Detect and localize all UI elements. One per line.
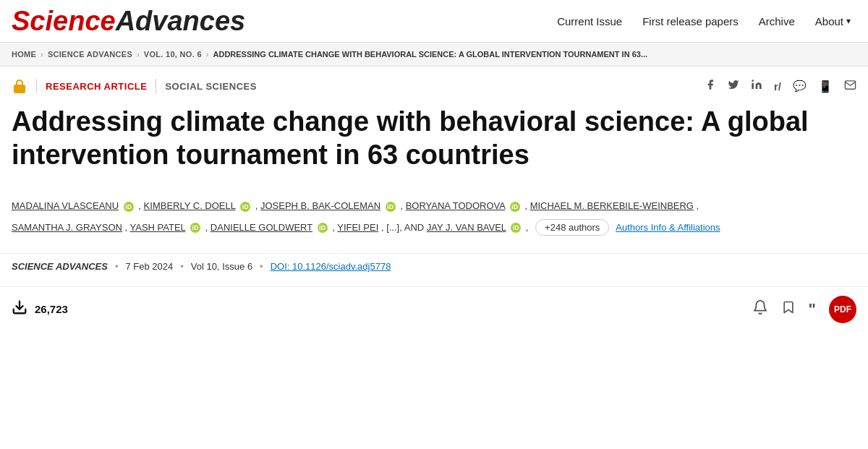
open-access-icon: [12, 78, 27, 94]
orcid-icon-6: iD: [318, 223, 328, 233]
wechat-icon[interactable]: 💬: [793, 80, 807, 93]
chevron-down-icon: ▾: [846, 16, 851, 26]
orcid-icon-7: iD: [511, 223, 521, 233]
orcid-icon-1: iD: [124, 202, 134, 212]
download-icon[interactable]: [12, 299, 27, 319]
breadcrumb: HOME › SCIENCE ADVANCES › VOL. 10, NO. 6…: [0, 43, 868, 67]
journal-name: SCIENCE ADVANCES: [12, 261, 108, 272]
more-authors-button[interactable]: +248 authors: [535, 219, 609, 236]
authors-info-link[interactable]: Authors Info & Affiliations: [616, 222, 720, 233]
orcid-icon-3: iD: [386, 202, 396, 212]
authors-line-2: SAMANTHA J. GRAYSON , YASH PATEL iD , DA…: [12, 219, 856, 236]
breadcrumb-home[interactable]: HOME: [12, 50, 36, 59]
article-type: RESEARCH ARTICLE: [46, 81, 147, 92]
author-bak-coleman[interactable]: JOSEPH B. BAK-COLEMAN: [260, 200, 380, 211]
svg-point-0: [752, 80, 754, 82]
meta-divider: [36, 79, 37, 93]
breadcrumb-sep-3: ›: [206, 50, 209, 59]
download-section: 26,723: [12, 299, 68, 319]
breadcrumb-volume[interactable]: VOL. 10, NO. 6: [144, 50, 202, 59]
article-title: Addressing climate change with behaviora…: [12, 106, 856, 171]
author-berkebile-weinberg[interactable]: MICHAEL M. BERKEBILE-WEINBERG: [530, 200, 694, 211]
pdf-button[interactable]: PDF: [829, 296, 856, 323]
logo-science: Science: [12, 6, 116, 36]
author-doell[interactable]: KIMBERLY C. DOELL: [144, 200, 236, 211]
author-patel[interactable]: YASH PATEL: [130, 222, 186, 233]
reddit-icon[interactable]: r/: [774, 80, 781, 93]
nav-about[interactable]: About ▾: [815, 15, 851, 27]
twitter-icon[interactable]: [728, 79, 739, 93]
main-nav: Current Issue First release papers Archi…: [557, 15, 851, 27]
pub-info-inner: SCIENCE ADVANCES • 7 Feb 2024 • Vol 10, …: [12, 261, 856, 272]
download-count: 26,723: [35, 303, 68, 315]
linkedin-icon[interactable]: [751, 79, 762, 93]
whatsapp-icon[interactable]: 📱: [818, 80, 833, 93]
article-title-section: Addressing climate change with behaviora…: [0, 100, 868, 197]
pub-info: SCIENCE ADVANCES • 7 Feb 2024 • Vol 10, …: [0, 253, 868, 283]
author-van-bavel[interactable]: JAY J. VAN BAVEL: [427, 222, 506, 233]
logo-advances: Advances: [116, 6, 246, 36]
alert-icon[interactable]: [752, 299, 768, 319]
pdf-label: PDF: [834, 304, 851, 315]
orcid-icon-5: iD: [190, 223, 200, 233]
facebook-icon[interactable]: [705, 79, 716, 93]
article-meta-left: RESEARCH ARTICLE SOCIAL SCIENCES: [12, 78, 257, 94]
author-vlasceanu[interactable]: MADALINA VLASCEANU: [12, 200, 119, 211]
author-grayson[interactable]: SAMANTHA J. GRAYSON: [12, 222, 122, 233]
email-icon[interactable]: [844, 79, 856, 94]
doi-link[interactable]: DOI: 10.1126/sciadv.adj5778: [271, 261, 391, 272]
pub-volume: Vol 10, Issue 6: [191, 261, 252, 272]
article-section: SOCIAL SCIENCES: [165, 81, 256, 92]
nav-archive[interactable]: Archive: [759, 15, 795, 27]
nav-current-issue[interactable]: Current Issue: [557, 15, 622, 27]
meta-divider-2: [156, 79, 156, 93]
orcid-icon-4: iD: [510, 202, 520, 212]
author-todorova[interactable]: BORYANA TODOROVA: [406, 200, 506, 211]
breadcrumb-journal[interactable]: SCIENCE ADVANCES: [48, 50, 132, 59]
header: ScienceAdvances Current Issue First rele…: [0, 0, 868, 43]
breadcrumb-sep-2: ›: [137, 50, 140, 59]
pub-date: 7 Feb 2024: [125, 261, 173, 272]
toolbar-right: " PDF: [752, 296, 856, 323]
bookmark-icon[interactable]: [781, 299, 796, 319]
site-logo[interactable]: ScienceAdvances: [12, 7, 245, 35]
authors-section: MADALINA VLASCEANU iD , KIMBERLY C. DOEL…: [0, 197, 868, 249]
breadcrumb-sep-1: ›: [41, 50, 43, 59]
breadcrumb-current: ADDRESSING CLIMATE CHANGE WITH BEHAVIORA…: [213, 50, 648, 59]
cite-icon[interactable]: ": [809, 300, 816, 319]
nav-first-release[interactable]: First release papers: [642, 15, 739, 27]
article-meta-bar: RESEARCH ARTICLE SOCIAL SCIENCES r/ 💬 📱: [0, 67, 868, 100]
author-pei[interactable]: YIFEI PEI: [337, 222, 378, 233]
bottom-toolbar: 26,723 " PDF: [0, 286, 868, 332]
author-goldwert[interactable]: DANIELLE GOLDWERT: [210, 222, 312, 233]
orcid-icon-2: iD: [240, 202, 250, 212]
authors-line-1: MADALINA VLASCEANU iD , KIMBERLY C. DOEL…: [12, 197, 856, 214]
social-icons: r/ 💬 📱: [705, 79, 856, 94]
